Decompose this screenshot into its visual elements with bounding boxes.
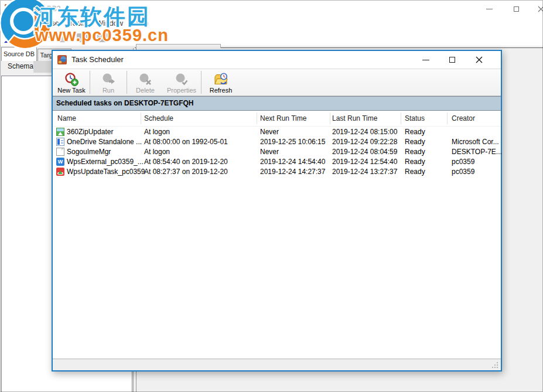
- resize-grip[interactable]: [497, 367, 498, 368]
- maximize-icon: [514, 6, 519, 12]
- cell-name: SogouImeMgr: [67, 147, 111, 157]
- menu-database[interactable]: Database: [26, 18, 59, 29]
- toolbar-button-1-icon: [34, 33, 45, 42]
- right-panel-tab-edge: [136, 44, 221, 48]
- refresh-label: Refresh: [210, 87, 233, 94]
- task-type-icon: [56, 138, 64, 146]
- cell-status: Ready: [405, 127, 425, 137]
- table-row[interactable]: OneDrive Standalone ... At 08:00:00 on 1…: [53, 137, 501, 147]
- column-divider[interactable]: [330, 113, 330, 124]
- cell-creator: pc0359: [452, 157, 474, 167]
- cell-creator: DESKTOP-7E...: [452, 147, 502, 157]
- cell-schedule: At 08:00:00 on 1992-05-01: [144, 137, 228, 147]
- toolbar-separator: [201, 71, 202, 94]
- column-header-creator[interactable]: Creator: [452, 111, 475, 126]
- tab-source-db[interactable]: Source DB: [1, 47, 37, 61]
- task-type-icon: [56, 148, 64, 156]
- table-row[interactable]: WpsExternal_pc0359_... At 08:54:40 on 20…: [53, 157, 501, 167]
- cell-schedule: At 08:27:37 on 2019-12-20: [144, 167, 228, 177]
- menu-file[interactable]: File: [5, 18, 17, 29]
- new-task-button[interactable]: New Task: [54, 69, 89, 96]
- run-label: Run: [103, 87, 114, 94]
- cell-name: OneDrive Standalone ...: [67, 137, 142, 147]
- column-divider[interactable]: [447, 113, 448, 124]
- dropdown-arrow-icon[interactable]: [70, 36, 74, 40]
- new-task-icon: [64, 72, 78, 86]
- dialog-icon: [57, 55, 67, 64]
- cell-last-run: 2019-12-24 09:22:28: [332, 137, 397, 147]
- minimize-button[interactable]: [480, 0, 498, 18]
- task-type-icon: [56, 128, 64, 136]
- cell-next-run: 2019-12-25 10:06:15: [260, 137, 325, 147]
- new-task-label: New Task: [57, 87, 85, 94]
- dropdown-arrow-icon[interactable]: [90, 36, 94, 40]
- cell-next-run: 2019-12-24 14:54:40: [260, 157, 325, 167]
- dialog-statusbar: [53, 359, 501, 370]
- cell-name: 360ZipUpdater: [67, 127, 113, 137]
- connect-user-icon[interactable]: [2, 32, 14, 43]
- cell-schedule: At logon: [144, 147, 170, 157]
- cell-next-run: Never: [260, 147, 279, 157]
- cell-schedule: At logon: [144, 127, 170, 137]
- column-header-name[interactable]: Name: [57, 111, 76, 126]
- column-header-last-run[interactable]: Last Run Time: [332, 111, 377, 126]
- column-divider[interactable]: [141, 113, 141, 124]
- task-table: Name Schedule Next Run Time Last Run Tim…: [53, 111, 501, 360]
- task-table-body: 360ZipUpdater At logon Never 2019-12-24 …: [53, 127, 501, 177]
- toolbar-button-4-icon: [97, 33, 108, 42]
- table-row[interactable]: SogouImeMgr At logon Never 2019-12-24 08…: [53, 147, 501, 157]
- task-table-header: Name Schedule Next Run Time Last Run Tim…: [53, 111, 501, 127]
- window-title: OracleToDB2: [19, 0, 60, 18]
- close-button[interactable]: [532, 0, 543, 18]
- toolbar-separator: [30, 32, 31, 43]
- properties-button[interactable]: Properties: [163, 69, 200, 96]
- dialog-titlebar: Task Scheduler: [53, 51, 501, 69]
- dialog-title: Task Scheduler: [71, 51, 124, 69]
- cell-status: Ready: [405, 147, 425, 157]
- cell-next-run: 2019-12-24 14:27:37: [260, 167, 325, 177]
- toolbar-grid-icon: [57, 33, 68, 42]
- menu-window[interactable]: Window: [96, 18, 123, 29]
- table-row[interactable]: WpsUpdateTask_pc0359 At 08:27:37 on 2019…: [53, 167, 501, 177]
- run-button[interactable]: Run: [91, 69, 126, 96]
- app-icon: [5, 4, 14, 13]
- task-properties-icon: [175, 72, 189, 86]
- menu-tools[interactable]: Tools: [69, 18, 86, 29]
- maximize-button[interactable]: [507, 0, 525, 18]
- column-divider[interactable]: [401, 113, 401, 124]
- delete-button[interactable]: Delete: [128, 69, 163, 96]
- table-row[interactable]: 360ZipUpdater At logon Never 2019-12-24 …: [53, 127, 501, 137]
- column-divider[interactable]: [257, 113, 257, 124]
- column-header-status[interactable]: Status: [405, 111, 425, 126]
- cell-last-run: 2019-12-24 12:54:40: [332, 157, 397, 167]
- close-icon: [538, 6, 543, 12]
- column-header-next-run[interactable]: Next Run Time: [260, 111, 306, 126]
- run-task-icon: [101, 72, 115, 86]
- cell-last-run: 2019-12-24 13:27:37: [332, 167, 397, 177]
- task-type-icon: [56, 168, 64, 176]
- cell-next-run: Never: [260, 127, 279, 137]
- delete-task-icon: [138, 72, 152, 86]
- refresh-icon: [214, 72, 228, 86]
- delete-label: Delete: [136, 87, 155, 94]
- dropdown-arrow-icon[interactable]: [47, 36, 51, 40]
- minimize-icon: [422, 60, 429, 60]
- cell-last-run: 2019-12-24 08:15:00: [332, 127, 397, 137]
- toolbar-separator: [127, 71, 127, 94]
- menu-bar: File Database Tools Window Help: [0, 18, 543, 29]
- menu-help[interactable]: Help: [133, 18, 149, 29]
- main-window-top: OracleToDB2 File Database Tools Window H…: [0, 0, 543, 46]
- column-header-schedule[interactable]: Schedule: [144, 111, 173, 126]
- maximize-icon: [449, 57, 455, 63]
- dialog-minimize-button[interactable]: [416, 51, 435, 69]
- scheduled-tasks-header: Scheduled tasks on DESKTOP-7ETGFQH: [53, 96, 501, 111]
- main-toolbar: [0, 29, 543, 46]
- cell-creator: pc0359: [452, 167, 474, 177]
- cell-last-run: 2019-12-24 08:04:59: [332, 147, 397, 157]
- dialog-maximize-button[interactable]: [443, 51, 462, 69]
- cell-name: WpsUpdateTask_pc0359: [67, 167, 145, 177]
- refresh-button[interactable]: Refresh: [202, 69, 240, 96]
- toolbar-separator: [90, 71, 90, 94]
- cell-schedule: At 08:54:40 on 2019-12-20: [144, 157, 228, 167]
- dialog-close-button[interactable]: [470, 51, 489, 69]
